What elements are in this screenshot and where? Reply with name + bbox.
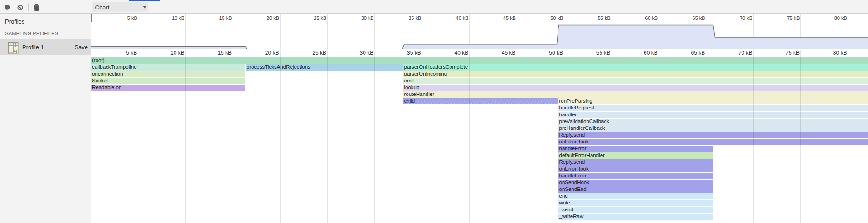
svg-text:%: % (14, 49, 17, 54)
